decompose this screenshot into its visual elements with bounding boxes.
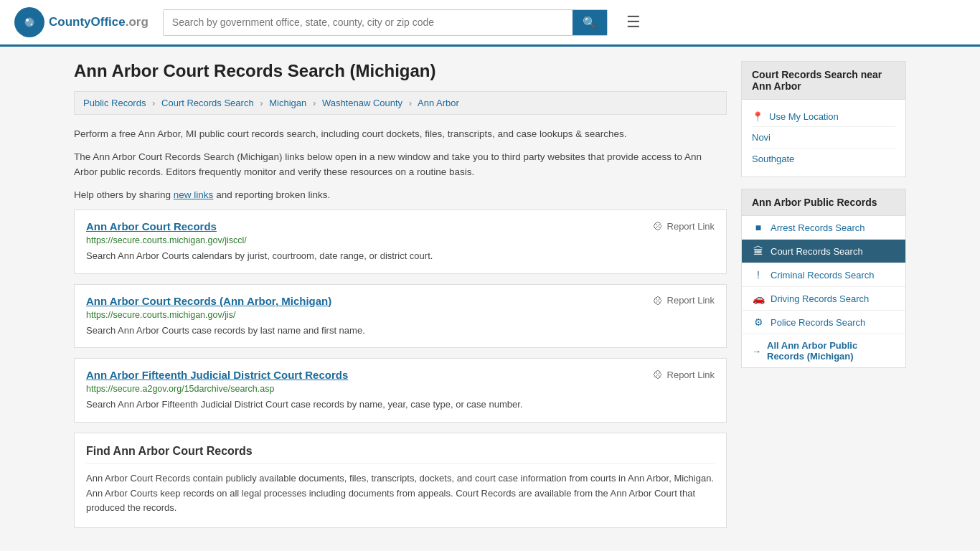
- record-card-header-0: Ann Arbor Court Records ⛒ Report Link: [86, 220, 715, 232]
- record-desc-2: Search Ann Arbor Fifteenth Judicial Dist…: [86, 397, 715, 412]
- report-link-button-0[interactable]: ⛒ Report Link: [654, 220, 715, 232]
- breadcrumb-sep-2: ›: [260, 98, 263, 108]
- record-card-header-1: Ann Arbor Court Records (Ann Arbor, Mich…: [86, 295, 715, 307]
- sharing-suffix: and reporting broken links.: [216, 189, 330, 200]
- pub-rec-criminal[interactable]: ! Criminal Records Search: [742, 263, 905, 287]
- record-card-title-1[interactable]: Ann Arbor Court Records (Ann Arbor, Mich…: [86, 295, 331, 307]
- new-links-link[interactable]: new links: [174, 189, 214, 200]
- hamburger-icon: ☰: [626, 13, 641, 31]
- record-desc-0: Search Ann Arbor Courts calendars by jur…: [86, 249, 715, 263]
- arrow-right-icon: →: [752, 346, 761, 357]
- page-title: Ann Arbor Court Records Search (Michigan…: [74, 61, 727, 81]
- nearby-box-content: 📍 Use My Location Novi Southgate: [742, 100, 905, 176]
- report-icon-0: ⛒: [654, 220, 664, 232]
- main-layout: Ann Arbor Court Records Search (Michigan…: [60, 47, 920, 542]
- report-icon-1: ⛒: [654, 295, 664, 306]
- record-card-2: Ann Arbor Fifteenth Judicial District Co…: [74, 358, 727, 423]
- breadcrumb-public-records[interactable]: Public Records: [83, 98, 146, 108]
- public-records-box-title: Ann Arbor Public Records: [742, 189, 905, 216]
- criminal-icon: !: [752, 269, 765, 281]
- record-card-title-0[interactable]: Ann Arbor Court Records: [86, 220, 217, 232]
- search-icon: 🔍: [583, 17, 597, 29]
- sharing-prefix: Help others by sharing: [74, 189, 171, 200]
- record-url-1: https://secure.courts.michigan.gov/jis/: [86, 310, 715, 320]
- logo-icon: [14, 7, 44, 37]
- all-records-link[interactable]: → All Ann Arbor Public Records (Michigan…: [742, 334, 905, 367]
- report-link-button-2[interactable]: ⛒ Report Link: [654, 369, 715, 380]
- nearby-link-novi[interactable]: Novi: [752, 127, 895, 149]
- breadcrumb-washtenaw[interactable]: Washtenaw County: [322, 98, 402, 108]
- sharing-text: Help others by sharing new links and rep…: [74, 187, 727, 203]
- use-my-location-link[interactable]: 📍 Use My Location: [752, 107, 895, 127]
- driving-icon: 🚗: [752, 293, 765, 304]
- record-card-header-2: Ann Arbor Fifteenth Judicial District Co…: [86, 369, 715, 381]
- record-card-title-2[interactable]: Ann Arbor Fifteenth Judicial District Co…: [86, 369, 348, 381]
- record-url-0: https://secure.courts.michigan.gov/jiscc…: [86, 235, 715, 245]
- location-pin-icon: 📍: [752, 111, 763, 122]
- logo[interactable]: CountyOffice.org: [14, 7, 149, 37]
- breadcrumb-michigan[interactable]: Michigan: [269, 98, 306, 108]
- arrest-icon: ■: [752, 222, 765, 233]
- breadcrumb-sep-4: ›: [409, 98, 412, 108]
- pub-rec-police[interactable]: ⚙ Police Records Search: [742, 311, 905, 334]
- breadcrumb-sep-3: ›: [313, 98, 316, 108]
- find-section: Find Ann Arbor Court Records Ann Arbor C…: [74, 433, 727, 528]
- find-section-title: Find Ann Arbor Court Records: [86, 445, 715, 464]
- nearby-box-title: Court Records Search near Ann Arbor: [742, 62, 905, 100]
- search-input[interactable]: [164, 10, 573, 35]
- breadcrumb-sep-1: ›: [152, 98, 155, 108]
- nearby-link-southgate[interactable]: Southgate: [752, 149, 895, 169]
- pub-rec-court[interactable]: 🏛 Court Records Search: [742, 240, 905, 263]
- record-url-2: https://secure.a2gov.org/15darchive/sear…: [86, 384, 715, 394]
- court-icon: 🏛: [752, 245, 765, 257]
- content-area: Ann Arbor Court Records Search (Michigan…: [74, 61, 727, 528]
- record-desc-1: Search Ann Arbor Courts case records by …: [86, 324, 715, 338]
- logo-text: CountyOffice.org: [49, 15, 149, 29]
- find-section-desc: Ann Arbor Court Records contain publicly…: [86, 471, 715, 516]
- report-icon-2: ⛒: [654, 369, 664, 380]
- nearby-box: Court Records Search near Ann Arbor 📍 Us…: [741, 61, 906, 177]
- intro-text: Perform a free Ann Arbor, MI public cour…: [74, 126, 727, 142]
- police-icon: ⚙: [752, 316, 765, 328]
- svg-point-2: [26, 19, 29, 22]
- detail-text: The Ann Arbor Court Records Search (Mich…: [74, 149, 727, 180]
- breadcrumb-ann-arbor[interactable]: Ann Arbor: [418, 98, 459, 108]
- record-card-0: Ann Arbor Court Records ⛒ Report Link ht…: [74, 209, 727, 274]
- sidebar: Court Records Search near Ann Arbor 📍 Us…: [741, 61, 906, 528]
- record-card-1: Ann Arbor Court Records (Ann Arbor, Mich…: [74, 284, 727, 349]
- svg-point-3: [31, 24, 33, 26]
- menu-button[interactable]: ☰: [622, 9, 645, 36]
- report-link-button-1[interactable]: ⛒ Report Link: [654, 295, 715, 306]
- breadcrumb: Public Records › Court Records Search › …: [74, 91, 727, 115]
- search-button[interactable]: 🔍: [573, 10, 607, 35]
- site-header: CountyOffice.org 🔍 ☰: [0, 0, 980, 47]
- search-bar: 🔍: [163, 9, 608, 36]
- public-records-box: Ann Arbor Public Records ■ Arrest Record…: [741, 189, 906, 368]
- pub-rec-arrest[interactable]: ■ Arrest Records Search: [742, 216, 905, 240]
- pub-rec-driving[interactable]: 🚗 Driving Records Search: [742, 287, 905, 311]
- breadcrumb-court-records-search[interactable]: Court Records Search: [161, 98, 254, 108]
